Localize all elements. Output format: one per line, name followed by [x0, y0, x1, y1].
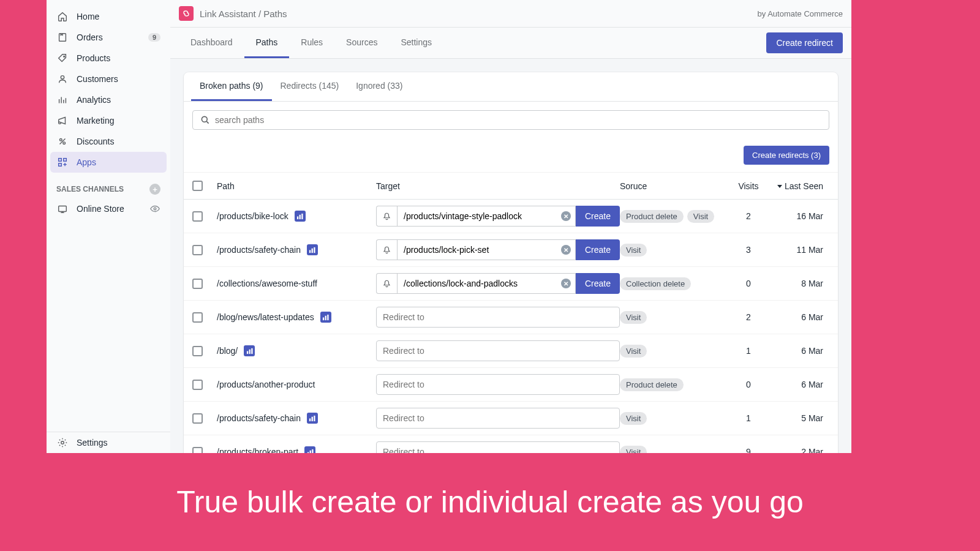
eye-icon[interactable] [149, 203, 160, 214]
col-target[interactable]: Target [376, 181, 620, 191]
stats-icon[interactable] [320, 312, 331, 323]
svg-point-3 [60, 139, 62, 141]
sub-tab[interactable]: Redirects (145) [272, 72, 348, 101]
settings-item[interactable]: Settings [47, 432, 170, 453]
table-row: /products/broken-partVisit92 Mar [184, 435, 838, 453]
tab-dashboard[interactable]: Dashboard [179, 28, 244, 58]
svg-rect-25 [312, 416, 313, 421]
last-seen-value: 2 Mar [773, 447, 829, 453]
sidebar-item-apps[interactable]: Apps [50, 152, 167, 173]
tab-paths[interactable]: Paths [244, 28, 290, 58]
row-checkbox[interactable] [192, 279, 203, 289]
clear-icon[interactable]: ✕ [561, 245, 571, 255]
sub-tab[interactable]: Ignored (33) [347, 72, 411, 101]
app-logo-icon [179, 6, 194, 21]
row-checkbox[interactable] [192, 380, 203, 390]
stats-icon[interactable] [304, 446, 315, 453]
target-input[interactable] [376, 374, 620, 395]
col-source[interactable]: Soruce [620, 181, 724, 191]
path-text: /products/safety-chain [217, 413, 301, 423]
tab-settings[interactable]: Settings [389, 28, 443, 58]
table-row: /products/another-productProduct delete0… [184, 368, 838, 402]
col-visits[interactable]: Visits [724, 181, 773, 191]
stats-icon[interactable] [244, 345, 255, 356]
customers-icon [56, 73, 69, 85]
breadcrumb: Link Assistant / Paths [200, 9, 287, 19]
row-checkbox[interactable] [192, 413, 203, 424]
row-checkbox[interactable] [192, 346, 203, 356]
search-input[interactable] [192, 110, 829, 130]
svg-point-4 [63, 142, 66, 144]
svg-rect-26 [314, 415, 315, 421]
target-input[interactable] [376, 408, 620, 429]
last-seen-value: 6 Mar [773, 346, 829, 356]
last-seen-value: 16 Mar [773, 211, 829, 221]
sidebar-item-orders[interactable]: Orders9 [47, 27, 170, 48]
clear-icon[interactable]: ✕ [561, 211, 571, 221]
col-path[interactable]: Path [217, 181, 376, 191]
svg-rect-24 [309, 418, 311, 421]
clear-icon[interactable]: ✕ [561, 279, 571, 288]
sidebar: HomeOrders9ProductsCustomersAnalyticsMar… [47, 0, 170, 453]
row-checkbox[interactable] [192, 312, 203, 323]
sub-tabs: Broken paths (9)Redirects (145)Ignored (… [184, 72, 838, 102]
channel-online-store[interactable]: Online Store [47, 198, 170, 219]
tab-sources[interactable]: Sources [334, 28, 389, 58]
bell-button[interactable] [376, 239, 397, 260]
col-last-seen[interactable]: Last Seen [773, 181, 829, 191]
svg-point-11 [202, 116, 207, 122]
source-tag: Visit [620, 446, 647, 454]
visits-value: 9 [724, 447, 773, 453]
bell-button[interactable] [376, 273, 397, 294]
visits-value: 3 [724, 245, 773, 255]
sidebar-item-discounts[interactable]: Discounts [47, 131, 170, 152]
target-input[interactable] [376, 307, 620, 328]
row-create-button[interactable]: Create [576, 206, 620, 227]
bulk-create-button[interactable]: Create redirects (3) [744, 146, 829, 165]
svg-rect-6 [64, 159, 67, 162]
last-seen-value: 11 Mar [773, 245, 829, 255]
target-input[interactable] [397, 273, 576, 294]
stats-icon[interactable] [307, 413, 318, 424]
svg-point-9 [154, 208, 156, 210]
sort-desc-icon [777, 185, 782, 188]
add-channel-icon[interactable]: + [149, 184, 160, 195]
target-input[interactable] [376, 441, 620, 453]
visits-value: 2 [724, 312, 773, 322]
path-text: /blog/ [217, 346, 238, 356]
row-checkbox[interactable] [192, 245, 203, 255]
sub-tab[interactable]: Broken paths (9) [191, 72, 272, 101]
last-seen-value: 5 Mar [773, 413, 829, 423]
main-tabs: DashboardPathsRulesSourcesSettings Creat… [170, 28, 851, 59]
sidebar-item-home[interactable]: Home [47, 6, 170, 27]
store-icon [56, 203, 69, 215]
select-all-checkbox[interactable] [192, 181, 203, 191]
target-input[interactable] [397, 239, 576, 260]
sidebar-item-products[interactable]: Products [47, 48, 170, 69]
sidebar-item-marketing[interactable]: Marketing [47, 110, 170, 131]
stats-icon[interactable] [307, 244, 318, 255]
last-seen-value: 6 Mar [773, 380, 829, 389]
bell-button[interactable] [376, 206, 397, 227]
orders-icon [56, 31, 69, 43]
tab-rules[interactable]: Rules [289, 28, 334, 58]
target-input[interactable] [376, 340, 620, 361]
row-create-button[interactable]: Create [576, 239, 620, 260]
apps-icon [56, 156, 69, 168]
table-row: /products/safety-chain✕CreateVisit311 Ma… [184, 233, 838, 267]
analytics-icon [56, 94, 69, 106]
row-create-button[interactable]: Create [576, 273, 620, 294]
create-redirect-button[interactable]: Create redirect [766, 32, 843, 53]
row-checkbox[interactable] [192, 447, 203, 454]
badge: 9 [148, 33, 160, 42]
visits-value: 0 [724, 279, 773, 288]
sidebar-item-analytics[interactable]: Analytics [47, 89, 170, 110]
promo-banner: True bulk create or individual create as… [0, 453, 980, 551]
svg-rect-17 [314, 247, 315, 252]
stats-icon[interactable] [295, 211, 306, 222]
table-header: Path Target Soruce Visits Last Seen [184, 173, 838, 200]
source-tag: Visit [620, 412, 647, 425]
target-input[interactable] [397, 206, 576, 227]
row-checkbox[interactable] [192, 211, 203, 222]
sidebar-item-customers[interactable]: Customers [47, 69, 170, 89]
